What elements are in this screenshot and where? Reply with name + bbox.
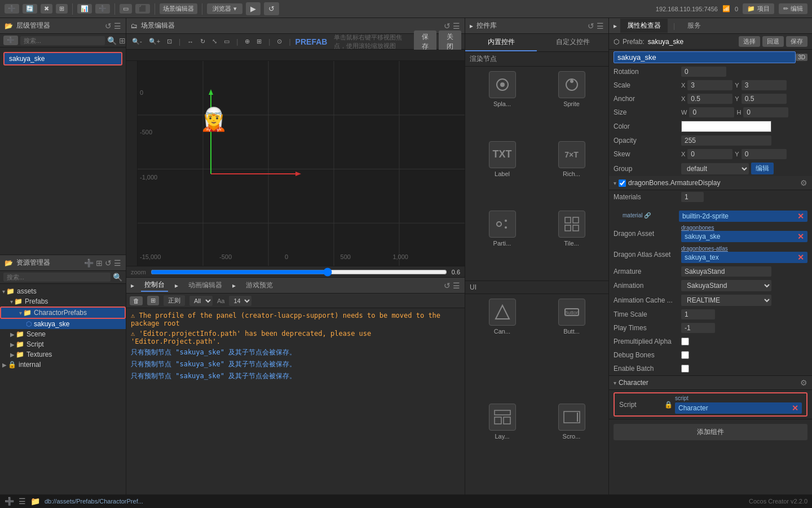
tree-item-charPrefabs[interactable]: ▾ 📁 CharactorPrefabs [0,306,126,319]
refresh-btn[interactable]: 🔄 [23,4,37,14]
edit-btn[interactable]: ✏ 编辑 [779,3,807,14]
node-name-input[interactable] [614,51,796,63]
control-richtext[interactable]: 7×T Rich... [539,141,604,207]
asset-sort-icon[interactable]: ⊞ [96,259,103,268]
hierarchy-selected-item[interactable]: sakuya_ske [3,52,122,65]
zoom-slider[interactable] [151,268,447,277]
tree-item-scene[interactable]: ▶ 📁 Scene [0,329,126,339]
add-component-btn[interactable]: 添加组件 [614,424,807,440]
script-remove-icon[interactable]: ✕ [792,404,798,413]
asset-menu-icon[interactable]: ☰ [114,259,121,268]
anchor-x-input[interactable] [687,94,732,104]
console-filter-btn[interactable]: ⊞ [147,296,159,305]
play-times-input[interactable] [681,323,715,333]
color-picker[interactable] [681,121,771,132]
zoom-out-btn[interactable]: 🔍- [130,37,144,46]
controls-menu-icon[interactable]: ☰ [597,21,604,30]
rotate-btn[interactable]: ↻ [198,37,208,46]
armature-input[interactable] [681,266,771,277]
control-layout[interactable]: Lay... [470,404,535,504]
scene-refresh-icon[interactable]: ↺ [444,21,451,30]
arrow-charPrefabs[interactable]: ▾ [19,310,22,316]
size-w-input[interactable] [689,107,734,117]
tree-item-sakuyaSke[interactable]: ⬡ sakuya_ske [0,319,126,329]
script-asset-field[interactable]: Character ✕ [675,402,802,414]
rect-select-btn[interactable]: ▭ [222,37,232,46]
console-tab-console[interactable]: 控制台 [141,279,168,292]
arrow-scene[interactable]: ▶ [10,331,15,338]
tree-item-prefabs[interactable]: ▾ 📁 Prefabs [0,296,126,306]
anim-cache-select[interactable]: REALTIME [681,295,771,306]
hierarchy-search[interactable] [20,36,105,45]
gizmo-btn[interactable]: ⊙ [275,37,284,46]
browser-btn[interactable]: 浏览器 ▾ [207,3,242,14]
character-gear-icon[interactable]: ⚙ [800,378,807,387]
dragonbones-link[interactable]: dragonbones [681,225,807,231]
arrow-internal[interactable]: ▶ [2,362,7,368]
console-clear-btn[interactable]: 🗑 [130,296,143,305]
project-btn[interactable]: 📁 项目 [743,3,774,14]
3d-btn[interactable]: 场景编辑器 [160,3,197,14]
arrow-prefabs[interactable]: ▾ [10,299,13,305]
materials-count-input[interactable] [681,192,704,202]
add-btn2[interactable]: ➕ [95,4,110,14]
hierarchy-add-btn[interactable]: ➕ [3,36,18,45]
arrow-textures[interactable]: ▶ [10,352,15,358]
chart-btn[interactable]: 📊 [77,4,92,14]
close-btn[interactable]: ✖ [41,4,52,14]
coord-btn[interactable]: ⊞ [254,37,264,46]
material-asset-field[interactable]: builtin-2d-sprite ✕ [679,211,807,222]
script-link[interactable]: script [675,395,802,401]
anchor-btn[interactable]: ⊕ [242,37,252,46]
console-normal-select[interactable]: 正则 [164,295,185,306]
asset-search-icon[interactable]: 🔍 [113,273,122,282]
add-btn[interactable]: ➕ [5,4,19,14]
console-tab-animation[interactable]: 动画编辑器 [185,279,226,291]
asset-search-input[interactable] [3,273,111,282]
play-btn[interactable]: ▶ [246,2,261,15]
scene-canvas[interactable]: 0 -500 -1,000 -15,000 -500 0 500 1,000 🧝… [126,50,465,277]
tree-item-script[interactable]: ▶ 📁 Script [0,339,126,349]
arrow-script[interactable]: ▶ [10,341,15,348]
arrow-assets[interactable]: ▾ [2,288,5,295]
dragonbones-gear-icon[interactable]: ⚙ [800,178,807,187]
prop-tab-properties[interactable]: 属性检查器 [620,19,668,33]
bottom-folder-icon[interactable]: 📁 [30,497,40,506]
rotation-input[interactable] [681,67,726,77]
tab-builtin[interactable]: 内置控件 [465,34,537,51]
time-scale-input[interactable] [681,309,715,319]
control-particle[interactable]: Parti... [470,211,535,276]
enable-batch-checkbox[interactable] [681,365,689,373]
tree-item-textures[interactable]: ▶ 📁 Textures [0,349,126,360]
save-prop-btn[interactable]: 保存 [786,36,807,47]
control-button[interactable]: Button Butt... [539,299,604,399]
control-sprite[interactable]: Sprite [539,71,604,137]
bottom-menu-icon[interactable]: ☰ [19,497,26,506]
premult-checkbox[interactable] [681,338,689,345]
fit-btn[interactable]: ⊡ [165,37,174,46]
console-menu-icon[interactable]: ☰ [453,281,460,290]
hierarchy-filter-icon[interactable]: ⊞ [119,36,126,45]
character-header[interactable]: ▾ Character ⚙ [609,376,812,390]
tree-item-assets[interactable]: ▾ 📁 assets [0,286,126,296]
hierarchy-refresh-icon[interactable]: ↺ [105,21,112,30]
control-tilemap[interactable]: Tile... [539,211,604,276]
hierarchy-menu-icon[interactable]: ☰ [114,21,121,30]
scene-menu-icon[interactable]: ☰ [453,21,460,30]
revert-btn[interactable]: 回退 [762,36,784,47]
material-remove-icon[interactable]: ✕ [797,212,804,221]
search-icon[interactable]: 🔍 [107,36,117,45]
scale-y-input[interactable] [742,80,787,90]
scale-x-input[interactable] [687,80,732,90]
asset-refresh-icon[interactable]: ↺ [105,259,112,268]
tab-custom[interactable]: 自定义控件 [537,34,608,51]
prop-tab-service[interactable]: 服务 [681,19,708,33]
skew-y-input[interactable] [742,149,787,159]
dragonbones-atlas-link[interactable]: dragonbones-atlas [681,246,807,252]
console-num-select[interactable]: 14 [229,296,251,306]
group-edit-btn[interactable]: 编辑 [751,163,774,174]
rect-btn[interactable]: ▭ [120,4,132,14]
dragon-asset-field[interactable]: sakuya_ske ✕ [681,231,807,242]
stop-btn[interactable]: ⬛ [135,4,150,14]
size-h-input[interactable] [743,107,788,117]
